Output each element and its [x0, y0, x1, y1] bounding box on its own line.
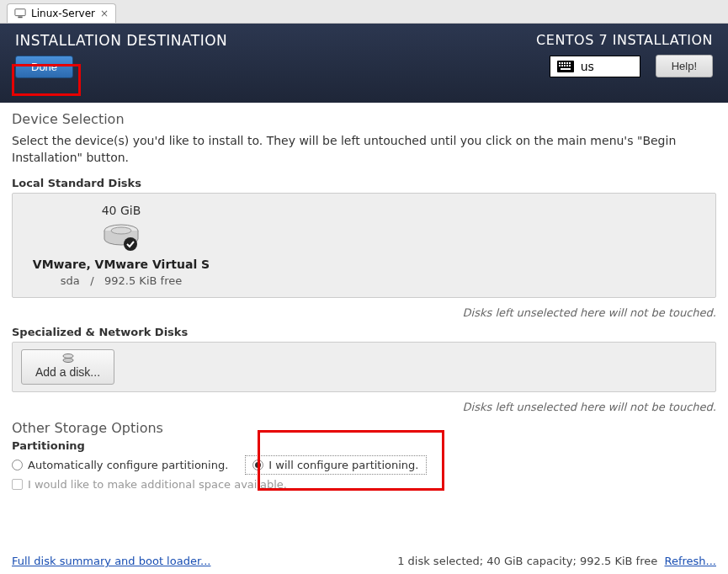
local-disks-note: Disks left unselected here will not be t…: [12, 306, 716, 319]
device-selection-intro: Select the device(s) you'd like to insta…: [12, 132, 716, 167]
storage-options-heading: Other Storage Options: [12, 420, 716, 436]
radio-manual-partition[interactable]: I will configure partitioning.: [245, 455, 426, 475]
distro-label: CENTOS 7 INSTALLATION: [536, 32, 713, 48]
keyboard-layout-selector[interactable]: us: [550, 56, 640, 77]
svg-point-15: [111, 227, 131, 234]
device-selection-heading: Device Selection: [12, 111, 716, 127]
help-button[interactable]: Help!: [656, 55, 713, 77]
svg-rect-1: [18, 17, 22, 19]
refresh-link[interactable]: Refresh...: [665, 555, 717, 567]
radio-auto-partition[interactable]: Automatically configure partitioning.: [12, 459, 228, 471]
local-disks-panel: 40 GiB VMware, VMware Virtual S sda / 99…: [12, 193, 716, 298]
disk-name: VMware, VMware Virtual S: [24, 258, 218, 271]
partitioning-row: Automatically configure partitioning. I …: [12, 455, 716, 475]
main-content: Device Selection Select the device(s) yo…: [0, 103, 728, 491]
svg-rect-9: [561, 65, 563, 66]
footer-status: 1 disk selected; 40 GiB capacity; 992.5 …: [397, 555, 716, 567]
svg-rect-11: [566, 65, 568, 66]
close-icon[interactable]: ×: [100, 8, 109, 19]
local-disks-heading: Local Standard Disks: [12, 177, 716, 189]
svg-rect-13: [561, 68, 571, 70]
disk-size: 40 GiB: [24, 204, 218, 217]
network-disks-heading: Specialized & Network Disks: [12, 326, 716, 338]
tab-label: Linux-Server: [31, 8, 95, 19]
network-disks-panel: Add a disk...: [12, 342, 716, 392]
tab-bar: Linux-Server ×: [0, 0, 728, 24]
hard-disk-icon: [102, 222, 141, 252]
svg-rect-12: [569, 65, 571, 66]
svg-rect-10: [564, 65, 566, 66]
add-disk-button[interactable]: Add a disk...: [21, 349, 114, 385]
radio-icon: [252, 460, 263, 470]
page-title: INSTALLATION DESTINATION: [15, 32, 227, 49]
keyboard-icon: [557, 61, 574, 72]
svg-rect-6: [566, 62, 568, 64]
svg-rect-5: [564, 62, 566, 64]
svg-rect-8: [559, 65, 561, 66]
svg-rect-7: [569, 62, 571, 64]
done-button[interactable]: Done: [15, 56, 73, 78]
disk-summary-link[interactable]: Full disk summary and boot loader...: [12, 555, 210, 567]
checkbox-additional-space-label: I would like to make additional space av…: [28, 478, 287, 491]
checkbox-additional-space: I would like to make additional space av…: [12, 478, 716, 491]
svg-point-18: [63, 358, 73, 362]
add-disk-label: Add a disk...: [35, 365, 100, 379]
partitioning-heading: Partitioning: [12, 439, 716, 452]
radio-auto-label: Automatically configure partitioning.: [28, 459, 228, 471]
vm-tab[interactable]: Linux-Server ×: [7, 3, 116, 23]
monitor-icon: [14, 8, 26, 19]
disk-subinfo: sda / 992.5 KiB free: [24, 274, 218, 287]
checkbox-icon: [12, 479, 23, 490]
disk-stack-icon: [62, 353, 74, 364]
radio-icon: [12, 460, 23, 470]
keyboard-layout-value: us: [581, 60, 594, 73]
footer-bar: Full disk summary and boot loader... 1 d…: [12, 555, 716, 567]
svg-rect-4: [561, 62, 563, 64]
svg-point-17: [63, 353, 73, 358]
svg-rect-3: [559, 62, 561, 64]
svg-point-16: [124, 237, 137, 251]
network-disks-note: Disks left unselected here will not be t…: [12, 401, 716, 413]
radio-manual-label: I will configure partitioning.: [268, 459, 418, 471]
installer-header: INSTALLATION DESTINATION Done CENTOS 7 I…: [0, 24, 728, 103]
disk-item[interactable]: 40 GiB VMware, VMware Virtual S sda / 99…: [24, 204, 218, 287]
svg-rect-0: [15, 9, 25, 16]
